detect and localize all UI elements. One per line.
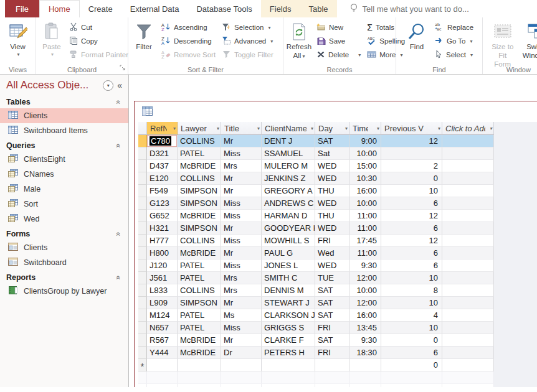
grid-cell[interactable]: N657 [147, 322, 178, 334]
toggle-filter-button[interactable]: Toggle Filter [219, 48, 277, 62]
grid-cell[interactable] [442, 135, 494, 147]
refresh-all-button[interactable]: Refresh All▾ [285, 19, 313, 62]
grid-cell[interactable]: 12 [381, 235, 442, 247]
record-selector[interactable] [138, 197, 147, 210]
grid-cell[interactable]: 6 [381, 197, 442, 210]
grid-cell[interactable]: Mr [221, 247, 262, 259]
grid-cell[interactable]: L833 [147, 284, 178, 297]
editing-cell-selected-text[interactable]: C780 [150, 136, 171, 146]
grid-cell[interactable] [442, 347, 494, 359]
grid-cell[interactable]: 17:45 [349, 235, 381, 247]
grid-cell[interactable] [442, 147, 494, 160]
collapse-section-icon[interactable]: « [115, 100, 123, 105]
record-selector[interactable] [138, 347, 147, 359]
grid-cell[interactable]: Mr [221, 334, 262, 347]
nav-item-switchboard-items[interactable]: Switchboard Items [0, 123, 128, 138]
grid-cell[interactable] [442, 284, 494, 297]
column-header-refno[interactable]: RefNo▾ [147, 122, 178, 135]
grid-cell[interactable]: 16:00 [349, 185, 381, 197]
tab-external-data[interactable]: External Data [121, 0, 188, 17]
grid-cell[interactable]: 10 [381, 297, 442, 309]
grid-cell[interactable]: Y444 [147, 347, 178, 359]
grid-cell[interactable] [381, 147, 442, 160]
grid-cell[interactable]: Mr [221, 135, 262, 147]
nav-item-wed[interactable]: Wed [0, 212, 128, 226]
nav-section-reports[interactable]: Reports« [0, 270, 128, 284]
record-selector[interactable] [138, 309, 147, 322]
grid-cell[interactable]: Mrs [221, 272, 262, 284]
record-selector[interactable] [138, 259, 147, 272]
nav-menu-dropdown-icon[interactable]: ▾ [103, 80, 113, 91]
view-dropdown-caret[interactable]: ▾ [17, 52, 19, 58]
tab-table[interactable]: Table [300, 0, 337, 17]
grid-cell[interactable]: G123 [147, 197, 178, 210]
grid-cell[interactable]: WED [315, 222, 349, 235]
new-record-cell[interactable] [221, 359, 262, 371]
grid-cell[interactable]: GRIGGS S [262, 322, 315, 334]
grid-cell[interactable]: 9:30 [349, 259, 381, 272]
grid-cell[interactable]: L909 [147, 297, 178, 309]
grid-cell[interactable]: TUE [315, 272, 349, 284]
column-filter-arrow-icon[interactable]: ▾ [438, 126, 440, 131]
record-selector[interactable] [138, 322, 147, 334]
grid-cell[interactable]: SAT [315, 135, 349, 147]
grid-cell[interactable]: Miss [221, 147, 262, 160]
grid-cell[interactable]: PATEL [178, 272, 221, 284]
grid-cell[interactable]: 9:30 [349, 334, 381, 347]
cut-button[interactable]: Cut [66, 21, 131, 34]
select-button[interactable]: Select ▾ [431, 48, 477, 62]
grid-cell[interactable]: DENNIS M [262, 284, 315, 297]
grid-cell[interactable]: 13:45 [349, 322, 381, 334]
grid-cell[interactable]: THU [315, 185, 349, 197]
view-button[interactable]: View ▾ [4, 19, 32, 58]
grid-cell[interactable]: 0 [381, 172, 442, 185]
nav-item-male[interactable]: Male [0, 182, 128, 197]
grid-cell[interactable]: JENKINS Z [262, 172, 315, 185]
grid-cell[interactable]: 4 [381, 309, 442, 322]
grid-cell[interactable]: PETERS H [262, 347, 315, 359]
nav-item-clientsgroup-by-lawyer[interactable]: ClientsGroup by Lawyer [0, 284, 128, 299]
ascending-button[interactable]: AZ Ascending [158, 21, 219, 34]
goto-button[interactable]: Go To ▾ [431, 34, 477, 48]
grid-cell[interactable] [442, 309, 494, 322]
grid-cell[interactable] [442, 247, 494, 259]
grid-cell[interactable]: WED [315, 160, 349, 172]
column-header-previous-v[interactable]: Previous V▾ [381, 122, 442, 135]
new-record-cell[interactable]: 0 [381, 359, 442, 371]
grid-cell[interactable]: J561 [147, 272, 178, 284]
nav-item-switchboard[interactable]: Switchboard [0, 255, 128, 270]
grid-cell[interactable]: H777 [147, 235, 178, 247]
nav-section-forms[interactable]: Forms« [0, 226, 128, 240]
grid-cell[interactable]: WED [315, 259, 349, 272]
grid-cell[interactable]: SMITH C [262, 272, 315, 284]
grid-cell[interactable] [442, 172, 494, 185]
tab-fields[interactable]: Fields [261, 0, 300, 17]
record-selector[interactable] [138, 235, 147, 247]
grid-cell[interactable]: 12 [381, 135, 442, 147]
grid-cell[interactable]: COLLINS [178, 284, 221, 297]
grid-cell[interactable]: McBRIDE [178, 347, 221, 359]
grid-cell[interactable]: Ms [221, 309, 262, 322]
grid-cell[interactable]: WED [315, 197, 349, 210]
grid-cell[interactable]: 2 [381, 160, 442, 172]
column-header-day[interactable]: Day▾ [315, 122, 349, 135]
grid-cell[interactable]: DENT J [262, 135, 315, 147]
grid-cell[interactable]: H800 [147, 247, 178, 259]
grid-cell[interactable]: Miss [221, 259, 262, 272]
grid-cell[interactable] [442, 297, 494, 309]
filter-button[interactable]: Filter [130, 19, 158, 53]
grid-cell[interactable]: 12 [381, 210, 442, 222]
record-selector[interactable] [138, 334, 147, 347]
grid-cell[interactable] [442, 334, 494, 347]
grid-cell[interactable]: SSAMUEL [262, 147, 315, 160]
format-painter-button[interactable]: Format Painter [66, 48, 131, 62]
new-record-cell[interactable] [178, 359, 221, 371]
nav-item-clientseight[interactable]: ClientsEight [0, 152, 128, 167]
grid-cell[interactable]: SIMPSON [178, 297, 221, 309]
grid-cell[interactable]: SIMPSON [178, 185, 221, 197]
nav-section-queries[interactable]: Queries« [0, 138, 128, 152]
nav-item-clients[interactable]: Clients [0, 240, 128, 255]
new-record-cell[interactable] [349, 359, 381, 371]
grid-cell[interactable]: PATEL [178, 147, 221, 160]
record-selector[interactable] [138, 284, 147, 297]
